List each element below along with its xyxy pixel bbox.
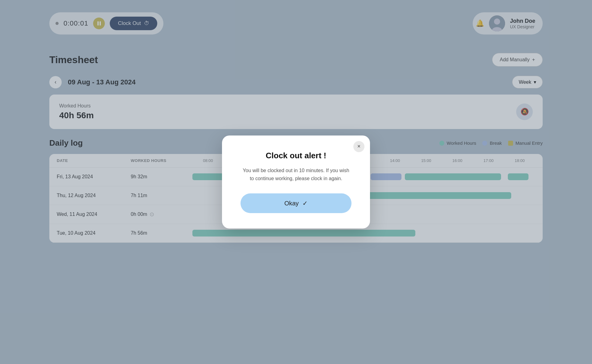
okay-label: Okay [284,200,299,207]
modal-title: Clock out alert ! [240,151,352,160]
check-icon: ✓ [302,200,308,207]
modal-message: You will be clocked out in 10 minutes. I… [240,167,352,182]
close-icon: × [357,143,361,150]
modal-close-button[interactable]: × [353,141,364,152]
modal-dialog: × Clock out alert ! You will be clocked … [222,135,370,229]
modal-overlay: × Clock out alert ! You will be clocked … [0,0,592,364]
modal-okay-button[interactable]: Okay ✓ [240,193,352,213]
